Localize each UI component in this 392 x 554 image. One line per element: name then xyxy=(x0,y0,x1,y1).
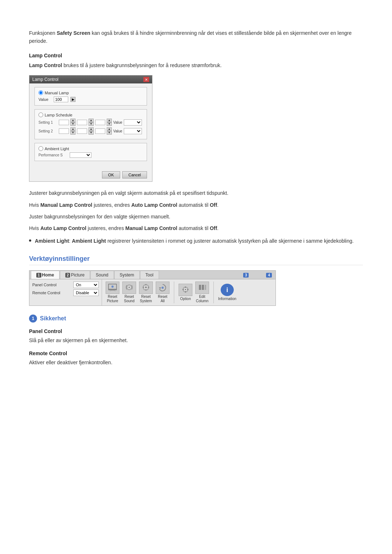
bullet-text1: : xyxy=(69,238,72,244)
p4-text1: Hvis xyxy=(29,225,40,231)
setting1-value-select[interactable] xyxy=(124,119,142,126)
reset-picture-icon xyxy=(106,282,119,294)
option-icon xyxy=(179,284,192,296)
p4-text4: . xyxy=(217,225,219,231)
para3: Juster bakgrunnsbelysningen for den valg… xyxy=(29,213,363,221)
svg-point-17 xyxy=(185,289,186,290)
setting1-row: Setting 1 ▲▼ ▲▼ ▲▼ Value xyxy=(38,119,143,126)
p4-bold1: Auto Lamp Control xyxy=(40,225,86,231)
edit-column-label: EditColumn xyxy=(196,295,208,303)
p4-bold3: Off xyxy=(210,225,217,231)
reset-picture-label: ResetPicture xyxy=(107,295,118,303)
setting2-value-select[interactable] xyxy=(124,128,142,134)
toolbar-divider2 xyxy=(213,282,214,303)
svg-point-2 xyxy=(111,286,114,288)
value-input[interactable]: 100 xyxy=(54,97,68,102)
panel-control-select[interactable]: On xyxy=(73,282,99,288)
lamp-control-dialog: Lamp Control ✕ Manual Lamp Value 100 ▶ xyxy=(29,75,152,182)
remote-control-sub-title: Remote Control xyxy=(29,350,363,356)
remote-control-label: Remote Control xyxy=(32,291,60,295)
toolbar-tabs: 1Home 2Picture Sound System Tool 3 4 xyxy=(29,271,275,279)
reset-sound-btn[interactable]: ResetSound xyxy=(122,282,136,303)
lamp-schedule-radio-row: Lamp Schedule xyxy=(38,112,143,117)
setting1-input1[interactable] xyxy=(59,120,69,125)
ambient-light-radio[interactable] xyxy=(38,146,43,151)
svg-rect-24 xyxy=(202,285,204,290)
bullet-text2: registrerer lysintensiteten i rommet og … xyxy=(106,238,354,244)
dialog-close-button[interactable]: ✕ xyxy=(143,77,149,82)
tab-picture[interactable]: 2Picture xyxy=(60,271,90,279)
lamp-control-title: Lamp Control xyxy=(29,53,363,58)
option-label: Option xyxy=(180,297,191,301)
information-icon: i xyxy=(221,284,234,296)
p2-bold2: Auto Lamp Control xyxy=(131,202,177,208)
para1: Justerer bakgrunnsbelysningen på en valg… xyxy=(29,189,363,197)
toolbar-left-panel: Panel Control On Remote Control Disable xyxy=(29,279,102,305)
reset-picture-btn[interactable]: ResetPicture xyxy=(106,282,119,303)
setting1-label: Setting 1 xyxy=(38,120,57,124)
edit-column-icon xyxy=(195,282,209,294)
reset-sound-icon xyxy=(122,282,136,294)
p2-text4: . xyxy=(217,202,219,208)
dialog-titlebar: Lamp Control ✕ xyxy=(29,75,152,83)
intro-text1: Funksjonen xyxy=(29,30,57,36)
dialog-body: Manual Lamp Value 100 ▶ Lamp Schedule xyxy=(29,83,152,168)
lamp-schedule-radio[interactable] xyxy=(38,112,43,117)
ok-button[interactable]: OK xyxy=(102,171,120,178)
toolbar-body: Panel Control On Remote Control Disable xyxy=(29,279,275,305)
panel-control-row: Panel Control On xyxy=(32,282,99,288)
tab5-label: Tool xyxy=(146,272,154,278)
reset-all-btn[interactable]: ResetAll xyxy=(156,282,170,303)
information-label: Information xyxy=(218,297,236,301)
remote-control-select[interactable]: Disable xyxy=(73,290,99,296)
ambient-light-radio-row: Ambient Light xyxy=(38,146,143,151)
setting1-input3[interactable] xyxy=(95,120,105,125)
value-row: Value 100 ▶ xyxy=(38,97,143,102)
setting2-spin2[interactable]: ▲▼ xyxy=(89,127,94,135)
tab-home[interactable]: 1Home xyxy=(31,271,60,279)
remote-control-sub-text: Aktiver eller deaktiver fjernkontrollen. xyxy=(29,358,363,366)
remote-control-row: Remote Control Disable xyxy=(32,290,99,296)
tab3-label: Sound xyxy=(96,272,109,278)
tab4-label: System xyxy=(120,272,134,278)
reset-system-label: ResetSystem xyxy=(140,295,152,303)
sikkerhet-heading-wrapper: 1 Sikkerhet xyxy=(29,315,363,323)
setting2-spin3[interactable]: ▲▼ xyxy=(107,127,112,135)
performance-select[interactable] xyxy=(70,152,91,158)
tab-sound[interactable]: Sound xyxy=(90,271,114,279)
setting2-input1[interactable] xyxy=(59,128,69,134)
setting1-spin1[interactable]: ▲▼ xyxy=(70,119,75,126)
edit-column-btn[interactable]: EditColumn xyxy=(195,282,209,303)
tab2-badge: 2 xyxy=(65,273,70,278)
lamp-control-desc-text: brukes til å justere bakgrunnsbelysninge… xyxy=(62,62,222,68)
p2-text1: Hvis xyxy=(29,202,40,208)
p4-text3: automatisk til xyxy=(177,225,209,231)
setting2-value-label: Value xyxy=(113,129,122,133)
svg-point-5 xyxy=(128,287,130,288)
value-arrow-btn[interactable]: ▶ xyxy=(70,97,75,102)
svg-rect-23 xyxy=(199,285,201,290)
ambient-row: Performance S xyxy=(38,152,143,158)
information-btn[interactable]: i Information xyxy=(218,284,236,301)
setting2-input2[interactable] xyxy=(77,128,87,134)
setting1-spin2[interactable]: ▲▼ xyxy=(89,119,94,126)
p4-text2: justeres, endres xyxy=(86,225,125,231)
dialog-title: Lamp Control xyxy=(32,77,58,82)
manual-lamp-radio[interactable] xyxy=(38,90,43,95)
option-btn[interactable]: Option xyxy=(179,284,192,301)
p2-bold3: Off xyxy=(210,202,217,208)
cancel-button[interactable]: Cancel xyxy=(122,171,147,178)
intro-bold1: Safety Screen xyxy=(57,30,90,36)
badge-4: 4 xyxy=(266,273,272,278)
setting2-input3[interactable] xyxy=(95,128,105,134)
tab-tool[interactable]: Tool xyxy=(140,271,159,279)
value-label: Value xyxy=(38,97,52,102)
bullet-text: Ambient Light: Ambient Light registrerer… xyxy=(35,237,354,245)
setting1-input2[interactable] xyxy=(77,120,87,125)
tab-system[interactable]: System xyxy=(114,271,140,279)
panel-control-sub-title: Panel Control xyxy=(29,328,363,334)
setting2-spin1[interactable]: ▲▼ xyxy=(70,127,75,135)
toolbar-divider1 xyxy=(174,282,174,303)
setting1-spin3[interactable]: ▲▼ xyxy=(107,119,112,126)
reset-system-btn[interactable]: ResetSystem xyxy=(139,282,153,303)
